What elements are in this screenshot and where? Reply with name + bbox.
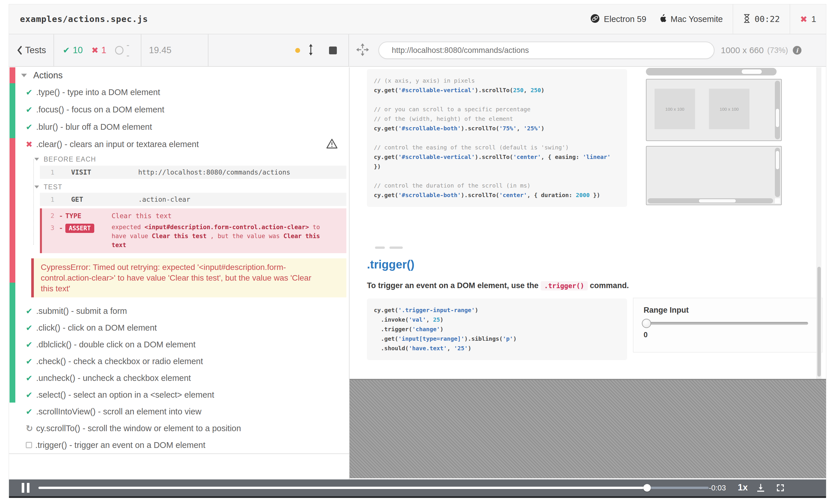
fail-count: 1 <box>811 14 816 24</box>
test-row[interactable]: .trigger() - trigger an event on a DOM e… <box>9 437 349 454</box>
os-group: Mac Yosemite <box>658 14 723 24</box>
selector-playground-icon[interactable] <box>356 43 369 58</box>
check-icon: ✔ <box>63 45 70 55</box>
test-row[interactable]: ↻cy.scrollTo() - scroll the window or el… <box>9 420 349 437</box>
code-line: cy.get('#scrollable-both').scrollTo('cen… <box>374 190 620 200</box>
info-icon[interactable]: i <box>793 46 801 55</box>
test-label: .dblclick() - double click on a DOM elem… <box>36 340 196 350</box>
app-frame: examples/actions.spec.js Electron 59 Mac… <box>9 4 826 498</box>
code-line: cy.get('#scrollable-vertical').scrollTo(… <box>374 152 620 162</box>
assert-badge: ASSERT <box>65 224 94 233</box>
pass-icon: ✔ <box>26 357 36 366</box>
scrollbar-thumb[interactable] <box>775 108 779 127</box>
scrollbar-thumb[interactable] <box>741 69 762 74</box>
scrollable-box-horizontal[interactable]: 100 x 100 100 x 100 <box>646 79 782 141</box>
code-line: // or you can scroll to a specific perce… <box>374 105 620 114</box>
chevron-down-icon <box>35 158 39 161</box>
scrollbar-thumb[interactable] <box>775 151 779 170</box>
chevron-down-icon <box>21 74 27 77</box>
electron-icon <box>590 14 600 25</box>
horizontal-scrollbar[interactable] <box>648 198 773 204</box>
test-row[interactable]: ✔.submit() - submit a form <box>9 302 349 319</box>
aut-viewport: // (x axis, y axis) in pixelscy.get('#sc… <box>350 67 826 379</box>
stop-button[interactable] <box>329 46 337 54</box>
test-label: .trigger() - trigger an event on a DOM e… <box>35 440 205 450</box>
trigger-heading[interactable]: .trigger() <box>367 258 414 271</box>
test-row[interactable]: ✔.click() - click on a DOM element <box>9 319 349 336</box>
test-row[interactable]: ✔.select() - select an option in a <sele… <box>9 386 349 403</box>
reporter-toolbar: Tests ✔10 ✖1 -- 19.45 <box>9 35 349 66</box>
range-slider[interactable] <box>644 322 808 325</box>
fullscreen-icon[interactable] <box>776 483 785 493</box>
seek-bar-knob[interactable] <box>643 484 651 491</box>
elapsed-timer: 00:22 <box>755 14 780 24</box>
url-bar[interactable] <box>379 42 714 59</box>
test-row[interactable]: ✔.dblclick() - double click on a DOM ele… <box>9 336 349 353</box>
test-row[interactable]: ✔.check() - check a checkbox or radio el… <box>9 353 349 370</box>
before-each-header[interactable]: BEFORE EACH <box>9 153 349 166</box>
scrollable-box-both[interactable] <box>646 146 782 205</box>
visit-command-row[interactable]: 1 VISIT http://localhost:8080/commands/a… <box>40 166 346 179</box>
test-row[interactable]: ✔.blur() - blur off a DOM element <box>9 118 349 135</box>
env-section: Electron 59 Mac Yosemite <box>580 4 733 34</box>
type-command-row[interactable]: 2 - TYPE Clear this text <box>42 211 346 221</box>
playback-speed-button[interactable]: 1x <box>734 482 751 493</box>
code-line <box>374 95 620 105</box>
scrollbar-thumb[interactable] <box>698 199 736 203</box>
pause-button[interactable] <box>22 483 29 493</box>
content-area: Actions ✔.type() - type into a DOM eleme… <box>9 67 826 479</box>
inline-code: .trigger() <box>541 281 588 290</box>
back-to-tests-button[interactable]: Tests <box>9 35 54 66</box>
video-player-bar: -0:03 1x <box>9 479 826 496</box>
scrollbar-thumb[interactable] <box>817 267 821 377</box>
scrollto-code-block: // (x axis, y axis) in pixelscy.get('#sc… <box>367 69 627 207</box>
vertical-scrollbar[interactable] <box>775 81 780 139</box>
suite-header[interactable]: Actions <box>9 67 349 84</box>
test-row[interactable]: ✖.clear() - clears an input or textarea … <box>9 135 349 153</box>
viewport-size: 1000 x 660 <box>721 45 763 55</box>
download-icon[interactable] <box>755 483 766 494</box>
circle-icon <box>115 46 123 55</box>
code-line <box>374 171 620 181</box>
assert-command-row[interactable]: 3 - ASSERT expected <input#description.f… <box>42 223 346 250</box>
horizontal-scrollbar[interactable] <box>646 68 777 76</box>
range-input-card: Range Input 0 <box>633 298 822 353</box>
test-row[interactable]: ✔.type() - type into a DOM element <box>9 84 349 101</box>
section-title: BEFORE EACH <box>44 155 96 163</box>
seek-bar[interactable] <box>38 487 709 489</box>
header-bar: examples/actions.spec.js Electron 59 Mac… <box>9 4 826 35</box>
command-number: 2 <box>42 211 54 221</box>
image-placeholder: 100 x 100 <box>655 89 695 129</box>
vertical-scrollbar[interactable] <box>775 148 780 197</box>
test-row[interactable]: ✔.scrollIntoView() - scroll an element i… <box>9 403 349 420</box>
test-label: .submit() - submit a form <box>36 306 127 316</box>
test-label: .click() - click on a DOM element <box>36 323 157 333</box>
error-message: CypressError: Timed out retrying: expect… <box>41 262 312 294</box>
chevron-down-icon <box>35 186 39 188</box>
pending-stat: -- <box>115 40 133 61</box>
scrollbar-corner <box>775 198 780 204</box>
test-label: .type() - type into a DOM element <box>36 88 160 97</box>
test-label: .blur() - blur off a DOM element <box>36 122 152 132</box>
get-command-row[interactable]: 1 GET .action-clear <box>40 193 346 206</box>
os-label: Mac Yosemite <box>671 15 723 24</box>
updown-arrow-icon[interactable] <box>308 44 314 57</box>
test-row[interactable]: ✔.focus() - focus on a DOM element <box>9 101 349 118</box>
highlight-dot-icon[interactable] <box>295 48 300 53</box>
pass-icon: ✔ <box>26 390 36 400</box>
test-section-header[interactable]: TEST <box>9 181 349 193</box>
command-number: 1 <box>40 196 54 203</box>
test-row[interactable]: ✔.uncheck() - uncheck a checkbox element <box>9 370 349 386</box>
cypress-error-box: CypressError: Timed out retrying: expect… <box>31 258 346 297</box>
failed-commands-block: 2 - TYPE Clear this text 3 - ASSERT expe… <box>40 208 346 253</box>
page-scrollbar[interactable] <box>816 67 821 379</box>
range-slider-knob[interactable] <box>642 319 651 328</box>
code-line: // of the (width, height) of the element <box>374 114 620 124</box>
apple-icon <box>658 14 667 24</box>
status-strip-fail <box>9 138 15 282</box>
pass-icon: ✔ <box>26 122 36 132</box>
url-input[interactable] <box>379 46 714 55</box>
test-label: .clear() - clears an input or textarea e… <box>36 140 199 149</box>
pass-icon: ✔ <box>26 340 36 350</box>
test-label: cy.scrollTo() - scroll the window or ele… <box>36 424 241 433</box>
